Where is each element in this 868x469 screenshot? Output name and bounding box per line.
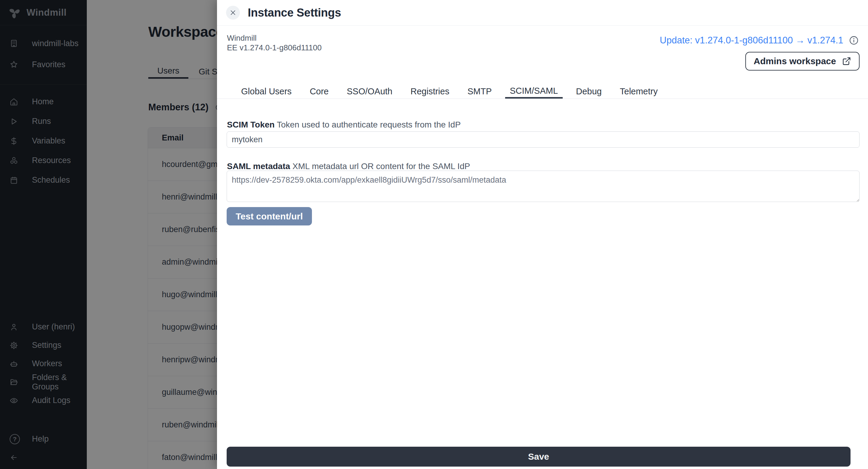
- app-version-block: Windmill EE v1.274.0-1-g806d11100: [227, 33, 321, 53]
- external-link-icon: [842, 57, 851, 66]
- close-button[interactable]: [226, 6, 240, 20]
- tab-telemetry[interactable]: Telemetry: [615, 84, 663, 99]
- scim-token-label: SCIM Token Token used to authenticate re…: [227, 120, 461, 130]
- update-link[interactable]: Update: v1.274.0-1-g806d11100 → v1.274.1: [660, 35, 843, 46]
- save-button[interactable]: Save: [227, 447, 850, 467]
- saml-metadata-label: SAML metadata XML metadata url OR conten…: [227, 162, 470, 171]
- scim-token-input[interactable]: [227, 131, 860, 148]
- tab-sso-oauth[interactable]: SSO/OAuth: [342, 84, 397, 99]
- instance-settings-drawer: Instance Settings Windmill EE v1.274.0-1…: [217, 0, 868, 469]
- tab-global-users[interactable]: Global Users: [236, 84, 297, 99]
- saml-metadata-label-strong: SAML metadata: [227, 162, 290, 171]
- tab-debug[interactable]: Debug: [571, 84, 607, 99]
- drawer-title: Instance Settings: [248, 6, 341, 19]
- test-content-url-button[interactable]: Test content/url: [227, 207, 312, 225]
- info-icon[interactable]: [849, 35, 859, 45]
- drawer-backdrop[interactable]: [0, 0, 217, 469]
- saml-metadata-hint: XML metadata url OR content for the SAML…: [292, 162, 470, 171]
- tab-smtp[interactable]: SMTP: [463, 84, 497, 99]
- app-name: Windmill: [227, 33, 321, 43]
- tab-core[interactable]: Core: [305, 84, 334, 99]
- tab-scim-saml[interactable]: SCIM/SAML: [505, 84, 563, 99]
- admins-workspace-button[interactable]: Admins workspace: [745, 52, 860, 70]
- scim-token-label-strong: SCIM Token: [227, 120, 275, 129]
- app-version: EE v1.274.0-1-g806d11100: [227, 43, 321, 53]
- saml-metadata-textarea[interactable]: https://dev-2578259.okta.com/app/exkaell…: [227, 170, 860, 202]
- drawer-header: Instance Settings: [217, 0, 868, 26]
- settings-tabs: Global Users Core SSO/OAuth Registries S…: [217, 84, 868, 99]
- close-icon: [229, 9, 237, 17]
- scim-token-hint: Token used to authenticate requests from…: [277, 120, 461, 129]
- tab-registries[interactable]: Registries: [406, 84, 454, 99]
- update-row: Update: v1.274.0-1-g806d11100 → v1.274.1: [660, 35, 859, 46]
- admins-workspace-label: Admins workspace: [754, 56, 836, 66]
